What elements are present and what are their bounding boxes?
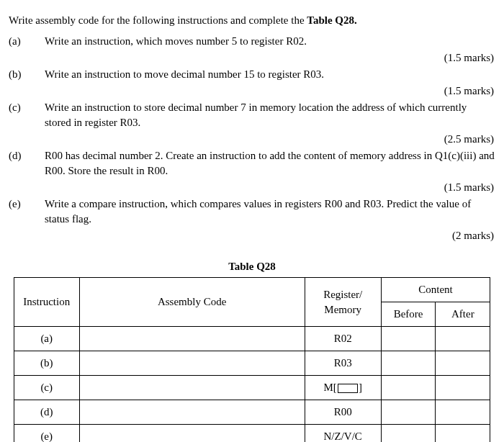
cell-after [436, 376, 490, 400]
cell-after [436, 327, 490, 351]
cell-asm [79, 351, 305, 376]
question-a-marks: (1.5 marks) [9, 50, 495, 66]
question-b-label: (b) [9, 67, 45, 82]
cell-regmem: R00 [305, 400, 381, 425]
table-row: (b) R03 [14, 351, 490, 376]
question-d-label: (d) [9, 148, 45, 179]
header-content: Content [381, 278, 490, 302]
question-c-label: (c) [9, 100, 45, 130]
header-before: Before [381, 302, 436, 327]
question-a: (a) Write an instruction, which moves nu… [9, 34, 495, 49]
intro-bold: Table Q28. [307, 14, 356, 26]
intro-text: Write assembly code for the following in… [9, 13, 495, 28]
table-title: Table Q28 [9, 259, 495, 274]
cell-asm [79, 327, 305, 351]
cell-instr: (a) [14, 327, 79, 351]
question-c: (c) Write an instruction to store decima… [9, 100, 495, 130]
cell-before [381, 425, 436, 443]
question-a-text: Write an instruction, which moves number… [45, 34, 495, 49]
header-register-memory: Register/ Memory [305, 278, 381, 327]
question-e: (e) Write a compare instruction, which c… [9, 197, 495, 227]
cell-instr: (b) [14, 351, 79, 376]
cell-asm [79, 425, 305, 443]
table-row: (a) R02 [14, 327, 490, 351]
cell-before [381, 351, 436, 376]
mem-box-icon [338, 384, 358, 393]
table-q28: Table Q28 Instruction Assembly Code Regi… [9, 259, 495, 442]
cell-regmem: R03 [305, 351, 381, 376]
intro-plain: Write assembly code for the following in… [9, 14, 307, 26]
question-b-marks: (1.5 marks) [9, 84, 495, 99]
cell-after [436, 351, 490, 376]
question-d: (d) R00 has decimal number 2. Create an … [9, 148, 495, 179]
header-after: After [436, 302, 490, 327]
cell-after [436, 400, 490, 425]
cell-before [381, 327, 436, 351]
table-header-row: Instruction Assembly Code Register/ Memo… [14, 278, 490, 302]
table-row: (d) R00 [14, 400, 490, 425]
cell-before [381, 376, 436, 400]
question-d-text: R00 has decimal number 2. Create an inst… [45, 148, 495, 179]
cell-regmem-mem: M[] [305, 376, 381, 400]
answer-table: Instruction Assembly Code Register/ Memo… [14, 277, 490, 442]
header-instruction: Instruction [14, 278, 79, 327]
cell-asm [79, 400, 305, 425]
question-b: (b) Write an instruction to move decimal… [9, 67, 495, 82]
question-e-marks: (2 marks) [9, 228, 495, 243]
cell-regmem: N/Z/V/C [305, 425, 381, 443]
question-c-marks: (2.5 marks) [9, 132, 495, 147]
question-c-text: Write an instruction to store decimal nu… [45, 100, 495, 130]
cell-after [436, 425, 490, 443]
cell-before [381, 400, 436, 425]
cell-instr: (e) [14, 425, 79, 443]
mem-prefix: M[ [324, 382, 337, 393]
question-e-text: Write a compare instruction, which compa… [45, 197, 495, 227]
question-a-label: (a) [9, 34, 45, 49]
cell-instr: (d) [14, 400, 79, 425]
header-assembly-code: Assembly Code [79, 278, 305, 327]
cell-asm [79, 376, 305, 400]
cell-instr: (c) [14, 376, 79, 400]
question-d-marks: (1.5 marks) [9, 180, 495, 195]
table-row: (c) M[] [14, 376, 490, 400]
mem-suffix: ] [359, 382, 362, 393]
question-e-label: (e) [9, 197, 45, 227]
table-row: (e) N/Z/V/C [14, 425, 490, 443]
question-b-text: Write an instruction to move decimal num… [45, 67, 495, 82]
cell-regmem: R02 [305, 327, 381, 351]
